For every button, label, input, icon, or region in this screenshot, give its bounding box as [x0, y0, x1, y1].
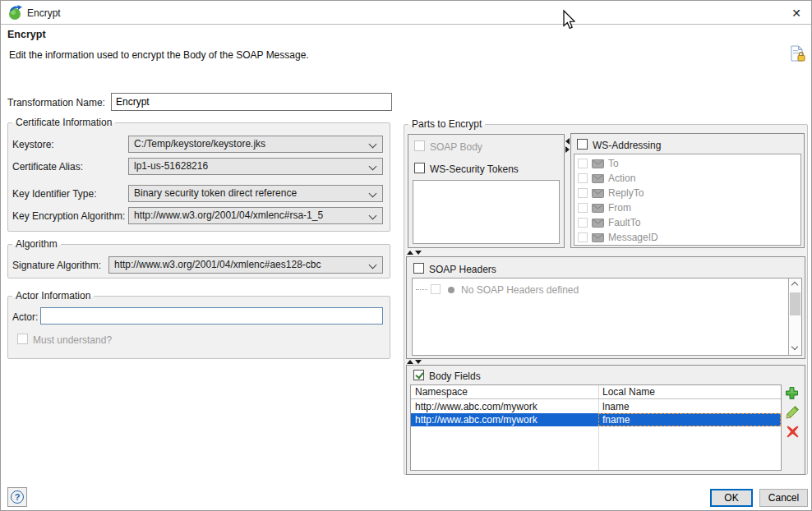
faultto-label: FaultTo — [608, 217, 640, 228]
soap-headers-scrollbar[interactable] — [788, 279, 801, 355]
ws-addressing-item-messageid[interactable]: MessageID — [578, 230, 658, 245]
table-header-row: Namespace Local Name — [411, 385, 781, 399]
actor-information-title: Actor Information — [12, 290, 94, 302]
ws-addressing-item-to[interactable]: To — [578, 156, 619, 171]
splitter-collapse-up-icon[interactable] — [407, 360, 413, 364]
cancel-button[interactable]: Cancel — [759, 489, 808, 507]
key-identifier-type-label: Key Identifier Type: — [12, 188, 97, 200]
certificate-alias-label: Certificate Alias: — [12, 161, 83, 173]
envelope-icon — [592, 204, 604, 213]
title-bar: Encrypt ✕ — [1, 1, 812, 25]
splitter-collapse-up-icon[interactable] — [407, 251, 413, 255]
key-encryption-algorithm-value: http://www.w3.org/2001/04/xmlenc#rsa-1_5 — [134, 209, 323, 221]
faultto-checkbox[interactable] — [578, 218, 588, 228]
messageid-checkbox[interactable] — [578, 232, 588, 242]
parts-to-encrypt-title: Parts to Encrypt — [408, 118, 485, 130]
local-name-cell: fname — [598, 413, 781, 426]
ws-security-tokens-list[interactable] — [413, 180, 560, 244]
scrollbar-thumb[interactable] — [790, 292, 800, 315]
table-row-selected[interactable]: http://www.abc.com/mywork fname — [411, 413, 781, 426]
splitter-collapse-down-icon[interactable] — [415, 251, 422, 255]
page-title: Encrypt — [7, 29, 46, 40]
certificate-information-title: Certificate Information — [12, 117, 115, 128]
action-checkbox[interactable] — [578, 173, 588, 183]
to-checkbox[interactable] — [578, 159, 588, 168]
ws-addressing-item-action[interactable]: Action — [578, 171, 635, 186]
messageid-label: MessageID — [608, 232, 658, 243]
certificate-alias-select[interactable]: lp1-us-51628216 — [128, 158, 383, 175]
ws-addressing-label: WS-Addressing — [593, 140, 661, 151]
actor-label: Actor: — [12, 311, 38, 323]
from-label: From — [608, 202, 631, 214]
key-encryption-algorithm-label: Key Encryption Algorithm: — [12, 210, 125, 222]
scroll-down-icon[interactable] — [789, 343, 801, 355]
local-name-cell: lname — [598, 400, 781, 413]
ws-security-tokens-checkbox[interactable] — [414, 163, 425, 173]
soap-body-checkbox[interactable] — [414, 140, 425, 151]
replyto-checkbox[interactable] — [578, 188, 588, 198]
algorithm-title: Algorithm — [12, 238, 61, 250]
key-identifier-type-value: Binary security token direct reference — [134, 187, 297, 199]
no-soap-headers-label: No SOAP Headers defined — [461, 284, 579, 296]
body-fields-checkbox[interactable] — [413, 370, 424, 380]
local-name-column-header[interactable]: Local Name — [598, 385, 781, 398]
ok-button[interactable]: OK — [710, 489, 753, 507]
signature-algorithm-value: http://www.w3.org/2001/04/xmlenc#aes128-… — [114, 259, 321, 270]
body-fields-label: Body Fields — [429, 371, 481, 382]
envelope-icon — [592, 219, 604, 228]
edit-row-icon[interactable] — [786, 405, 800, 421]
namespace-column-header[interactable]: Namespace — [411, 385, 598, 398]
help-button[interactable]: ? — [7, 487, 27, 507]
body-fields-table: Namespace Local Name http://www.abc.com/… — [410, 384, 782, 471]
splitter-collapse-right-icon[interactable] — [565, 146, 570, 153]
ws-addressing-item-from[interactable]: From — [578, 200, 631, 215]
action-label: Action — [608, 173, 635, 184]
soap-headers-label: SOAP Headers — [429, 264, 496, 275]
from-checkbox[interactable] — [578, 203, 588, 213]
to-label: To — [608, 158, 619, 169]
soap-headers-checkbox[interactable] — [413, 263, 424, 274]
keystore-label: Keystore: — [12, 139, 54, 150]
encrypt-document-icon — [791, 45, 805, 65]
namespace-cell: http://www.abc.com/mywork — [411, 413, 598, 426]
no-soap-headers-checkbox[interactable] — [431, 284, 441, 294]
splitter-collapse-left-icon[interactable] — [565, 138, 570, 145]
actor-input[interactable] — [40, 307, 383, 325]
transformation-name-label: Transformation Name: — [7, 97, 105, 108]
ws-addressing-item-faultto[interactable]: FaultTo — [578, 215, 640, 230]
app-icon — [7, 5, 23, 23]
close-icon[interactable]: ✕ — [787, 4, 806, 22]
table-row[interactable]: http://www.abc.com/mywork lname — [411, 400, 781, 413]
actor-information-group — [7, 296, 390, 359]
ws-addressing-checkbox[interactable] — [577, 139, 588, 150]
envelope-icon — [592, 174, 604, 183]
signature-algorithm-select[interactable]: http://www.w3.org/2001/04/xmlenc#aes128-… — [108, 256, 383, 274]
keystore-select[interactable]: C:/Temp/keystore/keystore.jks — [128, 136, 383, 153]
delete-row-icon[interactable] — [787, 426, 799, 440]
mouse-cursor — [561, 9, 577, 35]
add-row-icon[interactable] — [785, 386, 799, 403]
ws-addressing-item-replyto[interactable]: ReplyTo — [578, 186, 644, 200]
key-encryption-algorithm-select[interactable]: http://www.w3.org/2001/04/xmlenc#rsa-1_5 — [128, 207, 383, 224]
envelope-icon — [592, 159, 604, 168]
keystore-value: C:/Temp/keystore/keystore.jks — [134, 138, 265, 150]
replyto-label: ReplyTo — [608, 187, 644, 199]
must-understand-label: Must understand? — [33, 334, 112, 346]
splitter-collapse-down-icon[interactable] — [415, 360, 422, 364]
key-identifier-type-select[interactable]: Binary security token direct reference — [128, 185, 383, 202]
transformation-name-input[interactable] — [111, 93, 392, 111]
scroll-up-icon[interactable] — [789, 279, 801, 291]
encrypt-dialog: Encrypt ✕ Encrypt Edit the information u… — [0, 0, 812, 511]
envelope-icon — [592, 233, 604, 242]
envelope-icon — [592, 189, 604, 198]
help-icon: ? — [11, 490, 24, 504]
signature-algorithm-label: Signature Algorithm: — [12, 260, 101, 271]
certificate-alias-value: lp1-us-51628216 — [134, 160, 208, 172]
window-title: Encrypt — [27, 7, 61, 19]
must-understand-checkbox[interactable] — [17, 334, 28, 344]
soap-body-label: SOAP Body — [430, 141, 482, 153]
page-description: Edit the information used to encrypt the… — [9, 49, 309, 61]
tree-node-bullet-icon — [448, 287, 454, 293]
tree-branch-line — [416, 289, 427, 290]
namespace-cell: http://www.abc.com/mywork — [411, 400, 598, 413]
